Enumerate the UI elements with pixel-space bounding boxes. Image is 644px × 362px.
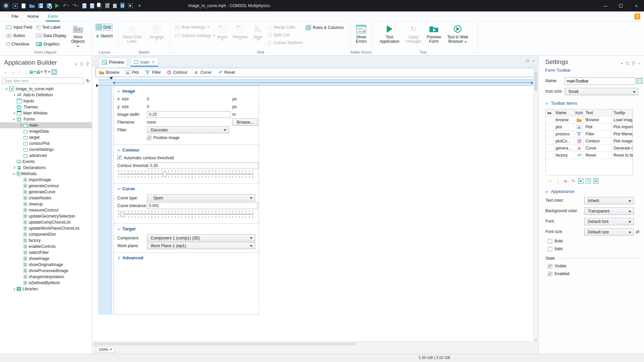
delete-icon[interactable] <box>120 4 124 8</box>
tree-item[interactable]: Libraries <box>0 286 92 292</box>
visible-checkbox[interactable] <box>548 264 552 268</box>
section-advanced-header[interactable]: Advanced <box>114 253 259 262</box>
tree-item[interactable]: updateGeometrySelection <box>0 213 92 219</box>
slider-thumb[interactable] <box>163 172 167 177</box>
curve-type-dropdown[interactable]: Open <box>147 194 255 201</box>
tree-expander-icon[interactable] <box>18 190 23 194</box>
tree-item[interactable]: switchFilter <box>0 250 92 256</box>
tree-item[interactable]: generateContour <box>0 183 92 189</box>
tree-expander-icon[interactable] <box>18 196 23 200</box>
tree-expander-icon[interactable] <box>11 93 16 97</box>
form-toolbar-button[interactable]: Browse <box>99 70 119 75</box>
select-icon[interactable] <box>128 3 133 8</box>
name-input[interactable] <box>565 77 635 85</box>
maximize-button[interactable] <box>613 0 629 11</box>
show-errors-button[interactable]: ✗ Show Errors <box>352 24 371 44</box>
tab-preview[interactable]: Preview <box>99 57 127 67</box>
expand-all-icon[interactable] <box>37 69 43 75</box>
tree-expander-icon[interactable] <box>18 184 23 188</box>
help-icon[interactable]: ? <box>634 13 640 20</box>
italic-checkbox[interactable] <box>548 247 552 251</box>
save-icon[interactable] <box>38 3 43 8</box>
close-button[interactable]: × <box>629 0 644 11</box>
add-toggle-item-icon[interactable]: ☑ <box>586 178 591 184</box>
row-settings-button[interactable]: Row Settings <box>173 24 211 30</box>
new-file-icon[interactable] <box>22 3 26 8</box>
test-in-web-browser-button[interactable]: Test in Web Browser <box>445 24 470 44</box>
tab-file[interactable]: File <box>11 11 18 22</box>
tree-item[interactable]: advanced <box>0 153 92 159</box>
curve-tolerance-input[interactable]: 0.001 <box>147 202 258 209</box>
row-marker-icon[interactable] <box>96 84 99 87</box>
tree-item[interactable]: createNodes <box>0 195 92 201</box>
tree-expander-icon[interactable] <box>18 208 23 212</box>
insert-button[interactable]: Insert <box>215 24 230 41</box>
horizontal-scrollbar[interactable] <box>93 342 355 345</box>
section-image-header[interactable]: Image <box>114 86 259 95</box>
merge-cells-button[interactable]: Merge Cells <box>266 24 297 30</box>
tree-expander-icon[interactable] <box>4 87 9 91</box>
positive-image-checkbox[interactable] <box>147 136 151 140</box>
toolbar-item-row[interactable]: plotCo... Contour Plot image c... <box>546 138 633 145</box>
tree-expander-icon[interactable] <box>18 244 23 249</box>
tree-expander-icon[interactable] <box>18 123 23 128</box>
form-toolbar-button[interactable]: Curve <box>193 70 211 75</box>
work-plane-dropdown[interactable]: Work Plane 1 (wp1) <box>147 242 255 249</box>
contour-threshold-slider[interactable] <box>117 170 255 179</box>
tree-item[interactable]: showImage <box>0 256 92 262</box>
scroll-up-icon[interactable]: ▲ <box>534 67 538 71</box>
add-separator-icon[interactable]: ▤ <box>593 178 598 184</box>
tree-item[interactable]: enableControls <box>0 243 92 250</box>
form-toolbar-button[interactable]: Filter <box>145 70 161 75</box>
graphics-button[interactable]: Graphics <box>35 41 61 47</box>
rows-columns-button[interactable]: Rows & Columns <box>305 24 345 31</box>
sketch-layout-button[interactable]: Sketch <box>95 33 114 39</box>
tree-item[interactable]: Forms <box>0 116 92 122</box>
tree-expander-icon[interactable] <box>18 232 23 237</box>
comsol-app-icon[interactable] <box>3 2 9 9</box>
tree-item[interactable]: imageData <box>0 128 92 134</box>
find-document-icon[interactable] <box>90 3 94 8</box>
tree-expander-icon[interactable] <box>18 147 23 152</box>
tree-item[interactable]: curveSettings <box>0 146 92 153</box>
toolbar-item-row[interactable]: browse Browse Load image... <box>546 117 633 124</box>
test-application-button[interactable]: Test Application <box>377 24 402 44</box>
tree-item[interactable]: contourPlot <box>0 140 92 146</box>
tree-filter-input[interactable] <box>2 77 84 84</box>
form-toolbar-button[interactable]: Plot <box>125 70 139 75</box>
customize-quick-access-icon[interactable] <box>137 3 143 9</box>
scroll-down-icon[interactable]: ▼ <box>534 337 538 341</box>
tree-expander-icon[interactable] <box>18 256 23 261</box>
scrollbar-thumb[interactable] <box>534 71 537 91</box>
more-objects-button[interactable]: More Objects <box>68 24 88 48</box>
forward-icon[interactable]: → <box>9 69 15 75</box>
tree-item[interactable]: factory <box>0 237 92 243</box>
tree-expander-icon[interactable] <box>18 274 23 279</box>
section-curve-header[interactable]: Curve <box>114 184 259 193</box>
tree-expander-icon[interactable] <box>18 268 23 273</box>
auto-threshold-checkbox[interactable] <box>117 156 122 160</box>
collapse-all-icon[interactable] <box>30 69 36 75</box>
tree-expander-icon[interactable] <box>18 281 23 285</box>
text-label-button[interactable]: Text Label <box>35 24 62 30</box>
preview-form-button[interactable]: Preview Form <box>424 24 443 44</box>
column-marker-icon[interactable] <box>110 77 113 79</box>
tab-form[interactable]: Form <box>48 11 58 22</box>
tree-expander-icon[interactable] <box>18 129 23 134</box>
open-file-icon[interactable] <box>29 4 35 8</box>
back-icon[interactable]: ← <box>3 69 9 75</box>
tree-item[interactable]: Declarations <box>0 165 92 171</box>
tree-item[interactable]: target <box>0 134 92 140</box>
text-color-dropdown[interactable]: Inherit <box>584 197 634 204</box>
close-panel-icon[interactable]: × <box>637 61 641 66</box>
tree-expander-icon[interactable] <box>18 238 23 243</box>
model-data-access-icon[interactable] <box>51 69 57 75</box>
toolbar-item-row[interactable]: factory Reset Reset to fact... <box>546 152 633 159</box>
tree-item[interactable]: changeInterpolation <box>0 274 92 280</box>
component-dropdown[interactable]: Component 1 (comp1) (3D) <box>147 234 255 241</box>
tree-expander-icon[interactable] <box>18 135 23 140</box>
tree-item[interactable]: Themes <box>0 104 92 110</box>
tree-item[interactable]: importImage <box>0 177 92 183</box>
move-down-icon[interactable]: ↓ <box>555 178 561 184</box>
button-object-button[interactable]: Button <box>5 33 27 39</box>
